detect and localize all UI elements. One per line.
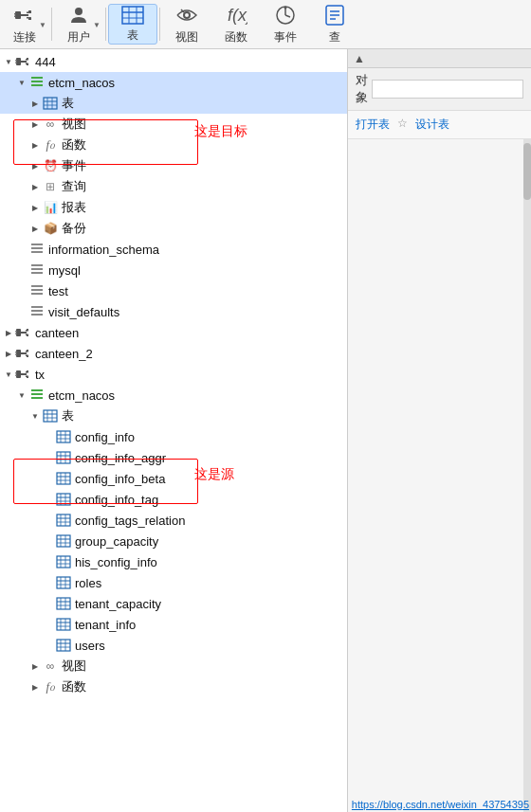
- tree-item-table-folder-1[interactable]: 表: [0, 93, 347, 114]
- toolbar-query-label: 查: [329, 29, 340, 45]
- table-config-info-aggr-icon: [55, 449, 72, 466]
- test-icon: [28, 282, 46, 299]
- function-icon: f(x): [225, 4, 247, 29]
- conn-canteen2-icon: [15, 345, 32, 362]
- report-folder-1-arrow: [28, 201, 42, 214]
- table-roles[interactable]: roles: [0, 572, 347, 593]
- toolbar: 连接 ▼ 用户 ▼ 表: [0, 0, 531, 49]
- mysql-label: mysql: [48, 263, 81, 278]
- table-config-info-beta[interactable]: config_info_beta: [0, 468, 347, 489]
- svg-rect-110: [57, 535, 70, 547]
- table-config-info[interactable]: config_info: [0, 426, 347, 447]
- svg-rect-57: [26, 330, 27, 332]
- table-config-info-icon: [55, 428, 72, 445]
- tree-item-info-schema[interactable]: information_schema: [0, 239, 347, 260]
- tree-item-conn-tx[interactable]: tx: [0, 364, 347, 385]
- toolbar-event[interactable]: 事件: [261, 4, 310, 45]
- design-table-action-label[interactable]: 设计表: [415, 117, 449, 133]
- table-roles-icon: [55, 574, 72, 591]
- info-schema-icon: [28, 241, 46, 258]
- svg-rect-7: [14, 15, 16, 17]
- tree-item-query-folder-1[interactable]: ⊞ 查询: [0, 176, 347, 197]
- event-icon: [274, 4, 297, 29]
- svg-rect-4: [27, 11, 28, 13]
- table-his-config-info-icon: [55, 553, 72, 570]
- table-his-config-info[interactable]: his_config_info: [0, 551, 347, 572]
- tree-item-db-etcm-nacos-2[interactable]: etcm_nacos: [0, 385, 347, 406]
- svg-rect-29: [26, 59, 27, 61]
- right-panel-header: 对象: [348, 68, 531, 111]
- tree-item-func-folder-1[interactable]: f₀ 函数: [0, 135, 347, 155]
- table-group-capacity[interactable]: group_capacity: [0, 531, 347, 551]
- tree-item-backup-folder-1[interactable]: 📦 备份: [0, 218, 347, 239]
- toolbar-function[interactable]: f(x) 函数: [211, 4, 261, 45]
- table-config-info-tag[interactable]: config_info_tag: [0, 489, 347, 510]
- svg-point-20: [284, 6, 287, 9]
- toolbar-connection[interactable]: 连接 ▼: [0, 4, 49, 45]
- svg-rect-90: [57, 452, 70, 463]
- report-folder-1-label: 报表: [62, 199, 86, 216]
- backup-folder-1-arrow: [28, 222, 42, 235]
- tree-item-conn-canteen[interactable]: canteen: [0, 322, 347, 343]
- backup-folder-1-icon: 📦: [42, 220, 59, 237]
- right-scrollbar-thumb[interactable]: [523, 143, 531, 200]
- svg-rect-5: [27, 17, 28, 19]
- toolbar-view[interactable]: 视图: [162, 4, 211, 45]
- event-folder-1-icon: ⏰: [42, 157, 59, 174]
- visit-defaults-label: visit_defaults: [48, 305, 119, 319]
- table-tenant-info[interactable]: tenant_info: [0, 614, 347, 635]
- tree-item-table-folder-2[interactable]: 表: [0, 406, 347, 426]
- func-folder-1-arrow: [28, 138, 42, 152]
- table-config-tags-relation[interactable]: config_tags_relation: [0, 510, 347, 531]
- svg-rect-69: [16, 370, 21, 378]
- table-config-info-aggr[interactable]: config_info_aggr: [0, 447, 347, 468]
- tree-item-view-folder-2[interactable]: ∞ 视图: [0, 656, 347, 677]
- open-table-action[interactable]: 打开表: [356, 117, 390, 133]
- view-folder-2-label: 视图: [62, 658, 86, 675]
- view-icon: [175, 4, 198, 29]
- tree-item-conn-444[interactable]: 444: [0, 51, 347, 72]
- tree-item-mysql[interactable]: mysql: [0, 260, 347, 280]
- func-folder-1-icon: f₀: [42, 136, 59, 153]
- tree-item-event-folder-1[interactable]: ⏰ 事件: [0, 155, 347, 176]
- svg-rect-80: [44, 410, 57, 422]
- tree-item-visit-defaults[interactable]: visit_defaults: [0, 301, 347, 322]
- svg-rect-31: [15, 60, 17, 62]
- report-folder-1-icon: 📊: [42, 199, 59, 216]
- svg-rect-100: [57, 494, 70, 505]
- toolbar-user[interactable]: 用户 ▼: [54, 4, 103, 45]
- toolbar-query[interactable]: 查: [310, 4, 359, 45]
- etcm-nacos-1-arrow: [15, 76, 28, 89]
- tree-item-view-folder-1[interactable]: ∞ 视图: [0, 114, 347, 135]
- toolbar-table[interactable]: 表: [108, 4, 157, 45]
- table-folder-2-label: 表: [62, 407, 74, 424]
- table-users-label: users: [75, 639, 105, 653]
- conn-tx-arrow: [2, 368, 15, 381]
- conn-444-icon: [15, 53, 32, 70]
- tree-item-report-folder-1[interactable]: 📊 报表: [0, 197, 347, 218]
- etcm-nacos-2-label: etcm_nacos: [48, 388, 115, 403]
- table-tenant-info-label: tenant_info: [75, 618, 136, 632]
- svg-rect-30: [26, 63, 27, 65]
- table-his-config-info-label: his_config_info: [75, 555, 157, 569]
- tree-item-conn-canteen2[interactable]: canteen_2: [0, 343, 347, 364]
- toolbar-user-label: 用户: [67, 29, 90, 45]
- toolbar-event-label: 事件: [274, 29, 297, 45]
- tree-item-db-etcm-nacos-1[interactable]: etcm_nacos: [0, 72, 347, 93]
- svg-rect-58: [26, 334, 27, 336]
- toolbar-divider-2: [105, 8, 106, 41]
- table-folder-1-icon: [42, 95, 59, 112]
- table-users[interactable]: users: [0, 635, 347, 656]
- conn-tx-label: tx: [35, 368, 45, 382]
- table-config-info-beta-label: config_info_beta: [75, 472, 165, 486]
- toolbar-connection-label: 连接: [13, 29, 36, 45]
- object-search-input[interactable]: [372, 80, 523, 99]
- tree-item-func-folder-2[interactable]: f₀ 函数: [0, 677, 347, 697]
- scroll-up-indicator: ▲: [354, 52, 365, 65]
- toolbar-view-label: 视图: [175, 29, 198, 45]
- conn-canteen-arrow: [2, 326, 15, 339]
- table-tenant-capacity[interactable]: tenant_capacity: [0, 593, 347, 614]
- svg-rect-9: [122, 7, 143, 24]
- table-tenant-capacity-icon: [55, 595, 72, 612]
- tree-item-test[interactable]: test: [0, 280, 347, 301]
